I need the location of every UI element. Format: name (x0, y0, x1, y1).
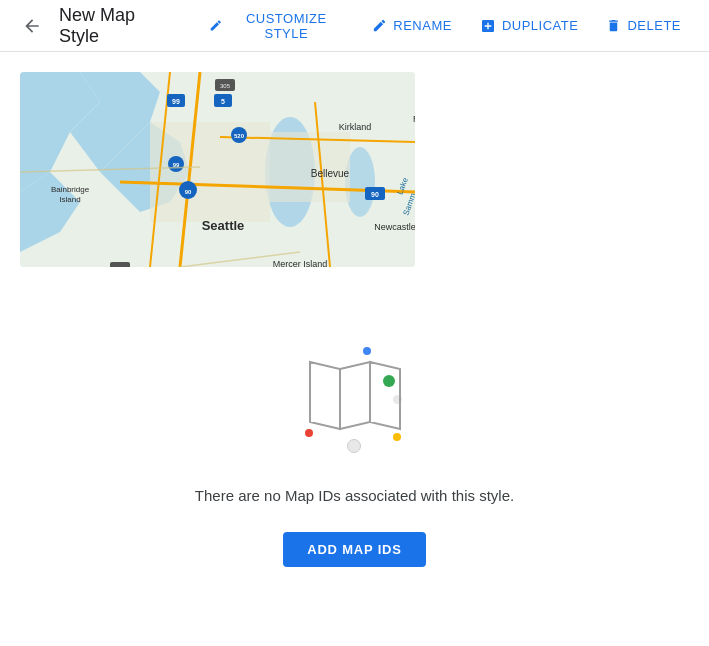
rename-label: RENAME (393, 18, 452, 33)
delete-icon (606, 18, 621, 33)
empty-state-text: There are no Map IDs associated with thi… (195, 487, 514, 504)
svg-marker-45 (310, 362, 340, 429)
rename-button[interactable]: RENAME (360, 12, 464, 39)
svg-text:99: 99 (172, 98, 180, 105)
svg-text:305: 305 (220, 83, 231, 89)
svg-text:Newcastle: Newcastle (374, 222, 415, 232)
svg-marker-47 (370, 362, 400, 429)
svg-text:Island: Island (59, 195, 80, 204)
add-map-ids-button[interactable]: ADD MAP IDS (283, 532, 426, 567)
svg-text:Bainbridge: Bainbridge (51, 185, 90, 194)
header-actions: CUSTOMIZE STYLE RENAME DUPLICATE DELETE (197, 5, 693, 47)
svg-text:304: 304 (115, 266, 126, 267)
svg-text:Redmond: Redmond (413, 114, 415, 124)
duplicate-label: DUPLICATE (502, 18, 579, 33)
svg-text:Bellevue: Bellevue (311, 168, 350, 179)
back-button[interactable] (16, 10, 47, 42)
delete-button[interactable]: DELETE (594, 12, 693, 39)
svg-text:90: 90 (371, 191, 379, 198)
customize-icon (209, 18, 223, 33)
svg-marker-46 (340, 362, 370, 429)
page-title: New Map Style (59, 5, 177, 47)
svg-text:90: 90 (185, 189, 192, 195)
map-fold-icon (305, 357, 405, 437)
svg-text:Seattle: Seattle (202, 218, 245, 233)
header: New Map Style CUSTOMIZE STYLE RENAME DUP… (0, 0, 709, 52)
main-content: 5 99 520 99 90 90 Seattle Bellevue Bainb… (0, 52, 709, 646)
map-preview: 5 99 520 99 90 90 Seattle Bellevue Bainb… (20, 72, 415, 267)
map-thumbnail: 5 99 520 99 90 90 Seattle Bellevue Bainb… (20, 72, 415, 267)
duplicate-button[interactable]: DUPLICATE (468, 12, 591, 40)
duplicate-icon (480, 18, 496, 34)
svg-text:Kirkland: Kirkland (339, 122, 372, 132)
map-illustration (285, 327, 425, 467)
svg-rect-8 (270, 132, 350, 202)
empty-state: There are no Map IDs associated with thi… (20, 307, 689, 587)
customize-style-button[interactable]: CUSTOMIZE STYLE (197, 5, 356, 47)
dot-blue-top (363, 347, 371, 355)
svg-text:520: 520 (234, 133, 245, 139)
dot-gray-bottom (347, 439, 361, 453)
svg-text:5: 5 (221, 98, 225, 105)
delete-label: DELETE (627, 18, 681, 33)
customize-style-label: CUSTOMIZE STYLE (228, 11, 344, 41)
svg-text:Mercer Island: Mercer Island (273, 259, 328, 267)
rename-icon (372, 18, 387, 33)
